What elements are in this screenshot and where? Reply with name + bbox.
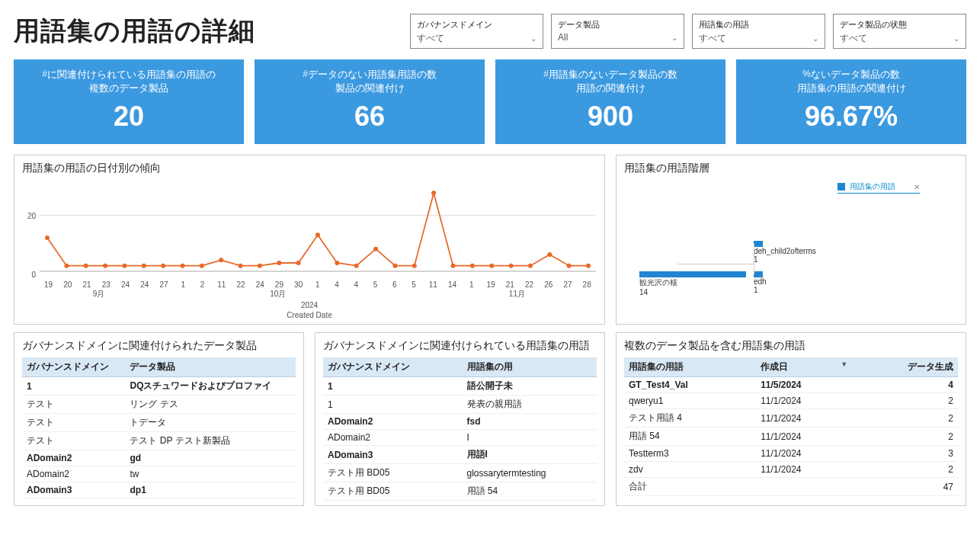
table-row[interactable]: テストトデータ (22, 414, 296, 432)
filter-label: ガバナンスドメイン (417, 19, 536, 30)
filter-select[interactable]: すべて⌄ (840, 32, 959, 45)
filter-select[interactable]: All⌄ (558, 32, 677, 43)
svg-point-9 (181, 264, 185, 268)
column-header[interactable]: ガバナンスドメイン (22, 357, 125, 377)
svg-point-8 (161, 264, 165, 268)
kpi-label: #に関連付けられている用語集の用語の複数のデータ製品 (19, 68, 239, 95)
hierarchy-node[interactable]: 観光沢の核14 (639, 271, 746, 296)
column-header[interactable]: ガバナンスドメイン (323, 357, 463, 377)
table-row[interactable]: テストリング テス (22, 396, 296, 414)
hierarchy-label: edh (754, 277, 767, 286)
table-cell: GT_Test4_Val (624, 377, 756, 393)
legend-label: 用語集の用語 (850, 181, 895, 192)
table3[interactable]: 用語集の用語作成日▼データ生成GT_Test4_Val11/5/20244qwe… (624, 357, 958, 496)
table-cell: 用語I (463, 446, 597, 464)
table-cell: 11/1/2024 (756, 409, 852, 428)
table-row[interactable]: ADomain2I (323, 430, 597, 446)
table-cell: 用語 54 (624, 428, 756, 446)
svg-point-14 (277, 261, 281, 265)
filter-select[interactable]: すべて⌄ (417, 32, 536, 45)
hierarchy-label: deh_child2ofterms (754, 247, 816, 255)
x-axis-days: 1920212324242712112224293014456511141192… (39, 280, 597, 289)
table-row[interactable]: Testterm311/1/20243 (624, 446, 958, 462)
x-axis-label: Created Date (22, 311, 597, 319)
table-cell: ADomain2 (22, 450, 125, 466)
filter-1[interactable]: データ製品All⌄ (551, 14, 684, 49)
column-header[interactable]: 用語集の用 (463, 357, 597, 377)
hierarchy-legend[interactable]: 用語集の用語 ✕ (837, 181, 920, 194)
table-row[interactable]: qweryu111/1/20242 (624, 393, 958, 409)
table-row[interactable]: 1語公開子未 (323, 377, 597, 396)
hierarchy-node[interactable]: edh1 (754, 271, 767, 294)
table-row[interactable]: テスト用 BD05glossarytermtesting (323, 464, 597, 482)
filter-3[interactable]: データ製品の状態すべて⌄ (833, 14, 966, 49)
table2[interactable]: ガバナンスドメイン用語集の用1語公開子未1発表の親用語ADomain2fsdAD… (323, 357, 597, 501)
table-row[interactable]: ADomain2tw (22, 466, 296, 482)
table-row[interactable]: 1発表の親用語 (323, 396, 597, 414)
svg-point-10 (200, 264, 204, 268)
table-row[interactable]: テストテスト DP テスト新製品 (22, 432, 296, 450)
table1[interactable]: ガバナンスドメインデータ製品1DQスチュワードおよびプロファイテストリング テス… (22, 357, 296, 498)
hierarchy-node[interactable]: deh_child2ofterms1 (754, 241, 816, 264)
filter-0[interactable]: ガバナンスドメインすべて⌄ (410, 14, 543, 49)
close-icon[interactable]: ✕ (914, 183, 920, 191)
chevron-down-icon: ⌄ (953, 34, 959, 43)
table-row[interactable]: GT_Test4_Val11/5/20244 (624, 377, 958, 393)
table-cell: 11/1/2024 (756, 393, 852, 409)
svg-point-29 (567, 264, 572, 268)
svg-point-7 (142, 264, 146, 268)
kpi-label: #用語集のないデータ製品の数用語の関連付け (501, 68, 720, 95)
table-cell: 語公開子未 (463, 377, 597, 396)
y-axis: 200 (22, 180, 36, 279)
svg-point-24 (470, 264, 475, 268)
table-cell: 11/1/2024 (756, 428, 852, 446)
filter-2[interactable]: 用語集の用語すべて⌄ (692, 14, 825, 49)
table-cell: テスト (22, 414, 125, 432)
sort-desc-icon[interactable]: ▼ (841, 360, 847, 368)
column-header[interactable]: データ製品 (125, 357, 296, 377)
table-row[interactable]: 用語 5411/1/20242 (624, 428, 958, 446)
table-cell: リング テス (125, 396, 296, 414)
chevron-down-icon: ⌄ (812, 34, 818, 43)
column-header[interactable]: 用語集の用語 (624, 357, 756, 377)
filter-value: すべて (840, 32, 867, 45)
column-header[interactable]: データ生成 (852, 357, 958, 377)
svg-point-25 (489, 264, 494, 268)
line-chart (39, 180, 597, 279)
table-cell: 3 (852, 446, 958, 462)
table-cell: 1 (323, 377, 463, 396)
column-header[interactable]: 作成日▼ (756, 357, 852, 377)
total-row: 合計47 (624, 478, 958, 496)
table-row[interactable]: ADomain2fsd (323, 414, 597, 430)
table-cell: DQスチュワードおよびプロファイ (125, 377, 296, 396)
hierarchy-value: 14 (639, 288, 746, 296)
kpi-label: #データのない用語集用語の数製品の関連付け (260, 68, 479, 95)
table-row[interactable]: 1DQスチュワードおよびプロファイ (22, 377, 296, 396)
kpi-card-1: #データのない用語集用語の数製品の関連付け66 (255, 59, 485, 144)
table-row[interactable]: ADomain2gd (22, 450, 296, 466)
kpi-value: 900 (501, 101, 720, 133)
table-row[interactable]: テスト用語 411/1/20242 (624, 409, 958, 428)
kpi-card-3: %ないデータ製品の数用語集の用語の関連付け96.67% (736, 59, 966, 144)
table-cell: tw (125, 466, 296, 482)
svg-point-30 (586, 264, 591, 268)
svg-point-2 (45, 235, 50, 240)
table-cell: fsd (463, 414, 597, 430)
table-row[interactable]: ADomain3dp1 (22, 482, 296, 498)
svg-point-19 (373, 247, 378, 251)
filter-bar: ガバナンスドメインすべて⌄データ製品All⌄用語集の用語すべて⌄データ製品の状態… (410, 14, 966, 49)
table-cell: 4 (852, 377, 958, 393)
table-row[interactable]: zdv11/1/20242 (624, 462, 958, 478)
filter-value: すべて (417, 32, 444, 45)
hierarchy-card: 用語集の用語階層 用語集の用語 ✕ 観光沢の核14deh_child2ofter… (616, 155, 966, 325)
table-terms-multiproduct: 複数のデータ製品を含む用語集の用語 用語集の用語作成日▼データ生成GT_Test… (616, 332, 966, 506)
hierarchy-label: 観光沢の核 (639, 277, 746, 288)
filter-select[interactable]: すべて⌄ (699, 32, 818, 45)
kpi-value: 20 (19, 101, 239, 133)
svg-point-11 (219, 258, 223, 262)
filter-value: すべて (699, 32, 726, 45)
table-row[interactable]: ADomain3用語I (323, 446, 597, 464)
table1-title: ガバナンスドメインに関連付けられたデータ製品 (22, 339, 296, 353)
table-cell: dp1 (125, 482, 296, 498)
table-row[interactable]: テスト用 BD05用語 54 (323, 482, 597, 501)
